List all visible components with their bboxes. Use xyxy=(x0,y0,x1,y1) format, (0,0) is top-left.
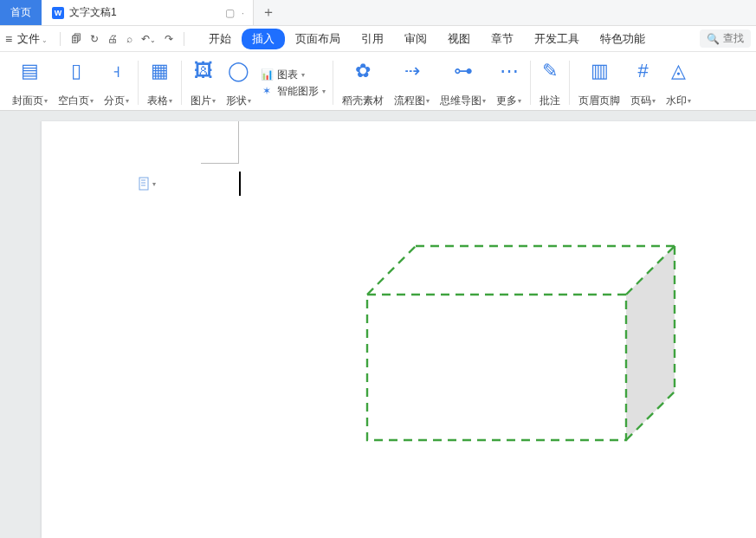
chevron-down-icon: ▾ xyxy=(518,97,521,105)
ribbon-chart-group: 📊图表 ▾ ✶智能图形 ▾ xyxy=(256,57,329,108)
shape-cuboid[interactable] xyxy=(365,244,679,452)
file-menu[interactable]: 文件 ⌄ xyxy=(16,31,49,47)
menu-icon[interactable]: ≡ xyxy=(5,32,12,46)
search-icon: 🔍 xyxy=(707,33,720,45)
ribbon-mindmap[interactable]: ⊶ 思维导图▾ xyxy=(435,57,491,108)
menu-start[interactable]: 开始 xyxy=(198,29,242,49)
pagenum-icon: # xyxy=(637,57,648,85)
menu-insert[interactable]: 插入 xyxy=(242,29,285,49)
menu-view[interactable]: 视图 xyxy=(437,29,481,49)
svg-rect-0 xyxy=(139,178,148,190)
undo-icon[interactable]: ↶⌄ xyxy=(141,33,156,45)
filebar: ≡ 文件 ⌄ 🗐 ↻ 🖨 ⌕ ↶⌄ ↷ 开始 插入 页面布局 引用 审阅 视图 … xyxy=(0,26,756,52)
chevron-down-icon: ▾ xyxy=(152,180,156,188)
ribbon-picture[interactable]: 🖼 图片▾ xyxy=(185,57,221,108)
ribbon-table[interactable]: ▦ 表格▾ xyxy=(142,57,178,108)
chart-icon: 📊 xyxy=(260,68,274,81)
save-icon[interactable]: 🗐 xyxy=(71,33,81,45)
ribbon-docres[interactable]: ✿ 稻壳素材 xyxy=(337,57,389,108)
separator xyxy=(569,61,570,105)
cover-page-icon: ▤ xyxy=(21,57,39,85)
svg-marker-4 xyxy=(626,246,675,440)
ribbon-cover[interactable]: ▤ 封面页▾ xyxy=(7,57,53,108)
tab-dot-icon[interactable]: · xyxy=(242,7,244,19)
chevron-down-icon: ▾ xyxy=(90,97,94,105)
blank-page-icon: ▯ xyxy=(71,57,81,85)
headerfooter-icon: ▥ xyxy=(591,57,609,85)
menu-reference[interactable]: 引用 xyxy=(351,29,394,49)
comment-icon: ✎ xyxy=(542,57,558,85)
separator xyxy=(530,61,531,105)
ribbon-blank[interactable]: ▯ 空白页▾ xyxy=(53,57,99,108)
ribbon-watermark[interactable]: ◬ 水印▾ xyxy=(661,57,696,108)
shape-icon: ◯ xyxy=(228,57,249,85)
chevron-down-icon: ▾ xyxy=(426,97,430,105)
more-icon: ⋯ xyxy=(500,57,519,85)
chevron-down-icon: ▾ xyxy=(688,97,691,105)
document-tabs: 首页 W 文字文稿1 ▢ · ＋ xyxy=(0,0,756,26)
pagebreak-icon: ⫞ xyxy=(112,57,121,85)
menu-pagelayout[interactable]: 页面布局 xyxy=(285,29,351,49)
ribbon-flowchart[interactable]: ⇢ 流程图▾ xyxy=(389,57,435,108)
chevron-down-icon: ▾ xyxy=(248,97,251,105)
menu-special[interactable]: 特色功能 xyxy=(590,29,656,49)
print-icon[interactable]: 🖨 xyxy=(107,33,118,45)
separator xyxy=(184,32,184,46)
resource-icon: ✿ xyxy=(355,57,371,85)
menu-chapter[interactable]: 章节 xyxy=(481,29,524,49)
search-box[interactable]: 🔍 查找 xyxy=(700,29,751,48)
separator xyxy=(181,61,182,105)
chevron-down-icon: ▾ xyxy=(169,97,172,105)
ribbon-more[interactable]: ⋯ 更多▾ xyxy=(491,57,527,108)
separator xyxy=(60,32,61,46)
tab-document-label: 文字文稿1 xyxy=(69,5,117,20)
table-icon: ▦ xyxy=(151,57,169,85)
text-cursor xyxy=(239,172,241,196)
margin-guide-vertical xyxy=(238,121,239,163)
picture-icon: 🖼 xyxy=(194,57,213,85)
flowchart-icon: ⇢ xyxy=(404,57,420,85)
chevron-down-icon: ▾ xyxy=(212,97,216,105)
smartart-icon: ✶ xyxy=(260,84,274,98)
tab-home[interactable]: 首页 xyxy=(0,0,42,25)
ribbon-insert: ▤ 封面页▾ ▯ 空白页▾ ⫞ 分页▾ ▦ 表格▾ 🖼 图片▾ ◯ 形状▾ 📊图… xyxy=(0,52,756,111)
ribbon-tabs: 开始 插入 页面布局 引用 审阅 视图 章节 开发工具 特色功能 xyxy=(198,29,656,49)
chevron-down-icon: ▾ xyxy=(301,71,305,79)
menu-devtools[interactable]: 开发工具 xyxy=(524,29,590,49)
preview-icon[interactable]: ⌕ xyxy=(126,33,132,45)
chevron-down-icon: ▾ xyxy=(44,97,48,105)
paste-options-icon[interactable]: ▾ xyxy=(139,177,156,191)
ribbon-chart[interactable]: 📊图表 ▾ xyxy=(260,68,326,82)
chevron-down-icon: ▾ xyxy=(482,97,486,105)
tab-add[interactable]: ＋ xyxy=(254,0,283,25)
separator xyxy=(138,61,139,105)
reload-icon[interactable]: ↻ xyxy=(90,33,99,45)
chevron-down-icon: ▾ xyxy=(652,97,656,105)
ribbon-smartart[interactable]: ✶智能图形 ▾ xyxy=(260,84,326,99)
margin-guide-horizontal xyxy=(201,163,239,164)
ribbon-pagenum[interactable]: # 页码▾ xyxy=(625,57,661,108)
search-label: 查找 xyxy=(723,31,744,46)
watermark-icon: ◬ xyxy=(671,57,686,85)
separator xyxy=(333,61,333,105)
chevron-down-icon: ▾ xyxy=(126,97,129,105)
tab-document-1[interactable]: W 文字文稿1 ▢ · xyxy=(42,0,254,25)
ribbon-comment[interactable]: ✎ 批注 xyxy=(534,57,565,108)
chevron-down-icon: ▾ xyxy=(322,88,326,95)
tab-window-icon[interactable]: ▢ xyxy=(225,7,235,19)
mindmap-icon: ⊶ xyxy=(454,57,473,85)
ribbon-shape[interactable]: ◯ 形状▾ xyxy=(221,57,256,108)
menu-review[interactable]: 审阅 xyxy=(394,29,437,49)
ribbon-pagebreak[interactable]: ⫞ 分页▾ xyxy=(99,57,134,108)
redo-icon[interactable]: ↷ xyxy=(165,33,173,45)
tab-controls: ▢ · xyxy=(225,7,244,19)
document-workspace[interactable]: ▾ xyxy=(0,111,756,538)
word-doc-icon: W xyxy=(52,7,64,19)
ribbon-headerfooter[interactable]: ▥ 页眉页脚 xyxy=(573,57,625,108)
